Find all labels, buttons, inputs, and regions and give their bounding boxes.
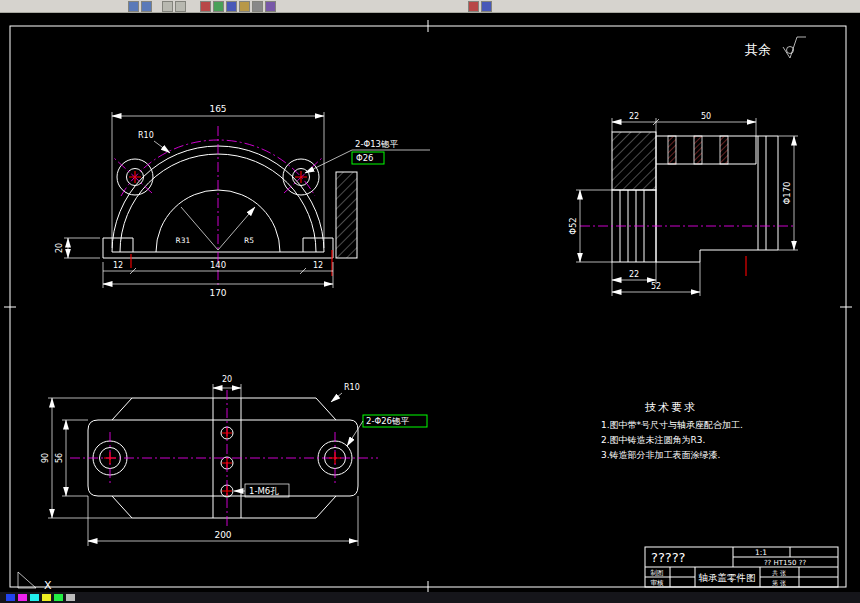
ucs-x-label: X [44, 579, 52, 592]
tech-requirements: 技术要求 1.图中带*号尺寸与轴承座配合加工. 2.图中铸造未注圆角为R3. 3… [601, 401, 743, 460]
sheet-frame [4, 20, 852, 592]
dim-text: 20 [222, 375, 232, 384]
tech-req-item: 2.图中铸造未注圆角为R3. [601, 435, 705, 445]
dim-text: R5 [244, 236, 254, 245]
new-icon[interactable] [128, 1, 139, 12]
surplus-label: 其余 [745, 42, 771, 57]
copy-icon[interactable] [213, 1, 224, 12]
title-block: ????? 1:1 ?? HT150 ?? 轴承盖零件图 制图 审核 共 张 第… [645, 547, 838, 587]
role-check-label: 审核 [651, 579, 665, 587]
zoom-icon[interactable] [468, 1, 479, 12]
front-view: R31 R5 165 20 12 140 12 170 [55, 104, 430, 298]
dim-text: 140 [210, 260, 226, 270]
tech-req-item: 3.铸造部分非加工表面涂绿漆. [601, 450, 720, 460]
dim-text: 12 [113, 261, 123, 270]
dim-text: 20 [55, 243, 64, 253]
plan-view: R10 2-Φ26锪平 1-M6孔 20 200 56 [41, 375, 427, 546]
cad-window: 其余 [0, 0, 860, 603]
pan-icon[interactable] [481, 1, 492, 12]
drawing-canvas[interactable]: 其余 [0, 13, 860, 592]
dim-text: 12 [313, 261, 323, 270]
dim-text: 170 [209, 288, 226, 298]
redo-icon[interactable] [252, 1, 263, 12]
part-name: ????? [651, 550, 686, 565]
note-text: R10 [138, 131, 154, 140]
scale-value: 1:1 [755, 548, 767, 557]
save-icon[interactable] [162, 1, 173, 12]
role-draw-label: 制图 [651, 569, 664, 577]
roughness-note: 其余 [745, 37, 806, 58]
note-text: 2-Φ26锪平 [366, 416, 409, 426]
material-value: ?? HT150 ?? [764, 559, 806, 567]
note-text: R10 [344, 383, 360, 392]
tech-req-title: 技术要求 [645, 401, 697, 414]
print-icon[interactable] [175, 1, 186, 12]
tech-req-item: 1.图中带*号尺寸与轴承座配合加工. [601, 420, 743, 430]
side-view: 22 50 Φ170 Φ52 22 52 [568, 112, 798, 296]
note-text: 1-M6孔 [249, 486, 279, 496]
dim-text: R31 [176, 236, 191, 245]
drawing-title: 轴承盖零件图 [699, 572, 756, 583]
status-indicator-polar[interactable] [42, 594, 51, 601]
dim-text: 22 [629, 112, 639, 121]
status-indicator-lwt[interactable] [66, 594, 75, 601]
note-text: Φ26 [356, 153, 374, 163]
note-text: 2-Φ13锪平 [355, 139, 398, 149]
status-indicator-osnap[interactable] [54, 594, 63, 601]
open-icon[interactable] [141, 1, 152, 12]
status-bar [0, 592, 860, 603]
dim-text: 56 [55, 453, 64, 463]
sheet-total-label: 共 张 [772, 569, 786, 577]
status-indicator-grid[interactable] [18, 594, 27, 601]
paste-icon[interactable] [226, 1, 237, 12]
dim-text: 200 [214, 530, 231, 540]
undo-icon[interactable] [239, 1, 250, 12]
status-indicator-snap[interactable] [6, 594, 15, 601]
ucs-icon: X [18, 572, 52, 592]
dim-text: Φ52 [568, 217, 578, 235]
roughness-icon [783, 37, 806, 58]
dim-text: 22 [629, 270, 639, 279]
cut-icon[interactable] [200, 1, 211, 12]
sheet-no-label: 第 张 [772, 579, 786, 587]
toolbar [0, 0, 860, 13]
dim-text: 52 [651, 282, 661, 291]
layer-icon[interactable] [265, 1, 276, 12]
dim-text: 165 [209, 104, 226, 114]
dim-text: Φ170 [782, 182, 792, 205]
dim-text: 50 [701, 112, 711, 121]
status-indicator-ortho[interactable] [30, 594, 39, 601]
dim-text: 90 [41, 453, 50, 463]
